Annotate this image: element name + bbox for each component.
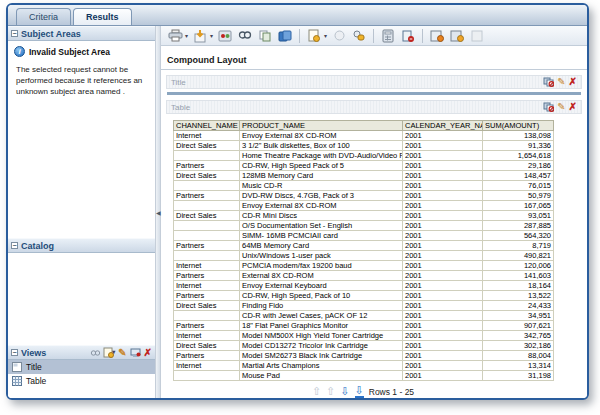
sidebar: − Subject Areas i Invalid Subject Area T…	[8, 26, 155, 398]
year-cell: 2001	[403, 191, 483, 201]
amount-cell: 18,164	[483, 281, 554, 291]
calculator-icon[interactable]	[380, 28, 396, 44]
marker-icon[interactable]	[400, 28, 416, 44]
channel-cell: Direct Sales	[174, 211, 240, 221]
product-cell: Martial Arts Champions	[240, 361, 403, 371]
print-dropdown-icon[interactable]: ▾	[185, 32, 188, 39]
amount-cell: 13,522	[483, 291, 554, 301]
year-cell: 2001	[403, 361, 483, 371]
last-page-icon[interactable]: ⇩	[355, 385, 364, 398]
remove-from-layout-icon[interactable]	[543, 102, 554, 112]
collapse-icon[interactable]: −	[11, 242, 18, 249]
warning-title: Invalid Subject Area	[29, 47, 110, 57]
channel-cell: Direct Sales	[174, 301, 240, 311]
catalog-title: Catalog	[21, 241, 54, 251]
product-cell: CD-RW, High Speed Pack of 5	[240, 161, 403, 171]
table-row: Internet PCMCIA modem/fax 19200 baud 200…	[174, 261, 554, 271]
product-cell: DVD-RW Discs, 4.7GB, Pack of 3	[240, 191, 403, 201]
table-view-bar: Table ✎ ✗	[166, 100, 582, 114]
edit-view-icon[interactable]: ✎	[557, 102, 565, 112]
first-page-icon[interactable]: ⇧	[312, 386, 321, 397]
year-cell: 2001	[403, 271, 483, 281]
channel-cell: Direct Sales	[174, 141, 240, 151]
amount-cell: 1,654,618	[483, 151, 554, 161]
previous-page-icon[interactable]: ⇧	[326, 386, 335, 397]
copy-icon[interactable]	[257, 28, 273, 44]
channel-cell: Internet	[174, 131, 240, 141]
year-cell: 2001	[403, 311, 483, 321]
amount-cell: 24,433	[483, 301, 554, 311]
add-to-layout-icon[interactable]	[130, 348, 141, 358]
new-view-dropdown-icon[interactable]: ▾	[324, 32, 327, 39]
product-cell: 128MB Memory Card	[240, 171, 403, 181]
collapse-icon[interactable]: −	[11, 30, 18, 37]
download-dropdown-icon[interactable]: ▾	[210, 32, 213, 39]
column-header-calendar-year-name: CALENDAR_YEAR_NAME	[403, 121, 483, 131]
chart-icon[interactable]	[429, 28, 445, 44]
view-item-table[interactable]: Table	[8, 374, 155, 388]
channel-cell: Direct Sales	[174, 171, 240, 181]
new-view-icon[interactable]	[306, 28, 322, 44]
table-row: Mouse Pad 2001 31,198	[174, 371, 554, 381]
tab-criteria[interactable]: Criteria	[16, 8, 71, 25]
delete-view-icon[interactable]: ✗	[569, 77, 577, 87]
search-icon[interactable]	[237, 28, 253, 44]
results-table-body: Internet Envoy External 8X CD-ROM 2001 1…	[174, 131, 554, 381]
table-row: Partners 64MB Memory Card 2001 8,719	[174, 241, 554, 251]
remove-from-layout-icon[interactable]	[543, 77, 554, 87]
view-item-label: Title	[26, 362, 42, 372]
refresh-icon[interactable]	[217, 28, 233, 44]
table-header-row: CHANNEL_NAME PRODUCT_NAME CALENDAR_YEAR_…	[174, 121, 554, 131]
preview-icon[interactable]	[90, 348, 100, 358]
download-icon[interactable]	[192, 28, 208, 44]
table-row: Direct Sales Finding Fido 2001 24,433	[174, 301, 554, 311]
channel-cell	[174, 181, 240, 191]
tab-results[interactable]: Results	[73, 8, 132, 25]
new-view-icon[interactable]: ▾	[103, 347, 115, 358]
edit-view-icon[interactable]: ✎	[557, 77, 565, 87]
results-table: CHANNEL_NAME PRODUCT_NAME CALENDAR_YEAR_…	[173, 120, 554, 381]
compound-layout-label: Compound Layout	[167, 55, 247, 65]
table-row: Direct Sales 3 1/2" Bulk diskettes, Box …	[174, 141, 554, 151]
toolbar-separator	[299, 29, 300, 43]
delete-view-icon[interactable]: ✗	[144, 348, 152, 358]
year-cell: 2001	[403, 371, 483, 381]
answers-window: Criteria Results − Subject Areas i Inval…	[6, 3, 589, 400]
warning-message: The selected request cannot be performed…	[14, 64, 150, 97]
amount-cell: 13,314	[483, 361, 554, 371]
archive-icon[interactable]	[277, 28, 293, 44]
pivot-icon[interactable]	[449, 28, 465, 44]
column-header-product-name: PRODUCT_NAME	[240, 121, 403, 131]
table-row: SIMM- 16MB PCMCIAII card 2001 564,320	[174, 231, 554, 241]
delete-view-icon[interactable]: ✗	[569, 102, 577, 112]
tab-strip: Criteria Results	[8, 5, 587, 26]
edit-view-icon[interactable]: ✎	[118, 348, 126, 358]
next-page-icon[interactable]: ⇩	[340, 386, 349, 397]
table-row: Direct Sales 128MB Memory Card 2001 148,…	[174, 171, 554, 181]
print-icon[interactable]	[167, 28, 183, 44]
year-cell: 2001	[403, 201, 483, 211]
table-row: Home Theatre Package with DVD-Audio/Vide…	[174, 151, 554, 161]
product-cell: Home Theatre Package with DVD-Audio/Vide…	[240, 151, 403, 161]
product-cell: Model NM500X High Yield Toner Cartridge	[240, 331, 403, 341]
channel-cell	[174, 311, 240, 321]
view-item-title[interactable]: Title	[8, 360, 155, 374]
subject-areas-body: i Invalid Subject Area The selected requ…	[8, 41, 155, 238]
catalog-body	[8, 253, 155, 345]
year-cell: 2001	[403, 291, 483, 301]
product-cell: 3 1/2" Bulk diskettes, Box of 100	[240, 141, 403, 151]
product-cell: Model SM26273 Black Ink Cartridge	[240, 351, 403, 361]
collapse-icon[interactable]: −	[11, 349, 18, 356]
channel-cell: Partners	[174, 191, 240, 201]
channel-cell: Internet	[174, 361, 240, 371]
product-cell: Envoy External Keyboard	[240, 281, 403, 291]
title-view-rule	[167, 92, 581, 95]
collapse-sidebar-icon[interactable]: ◀	[156, 209, 161, 216]
info-icon: i	[14, 46, 25, 57]
year-cell: 2001	[403, 141, 483, 151]
channel-cell: Direct Sales	[174, 341, 240, 351]
amount-cell: 302,186	[483, 341, 554, 351]
preview-icon[interactable]	[331, 28, 347, 44]
disabled-view-icon	[469, 28, 485, 44]
permissions-icon[interactable]	[351, 28, 367, 44]
